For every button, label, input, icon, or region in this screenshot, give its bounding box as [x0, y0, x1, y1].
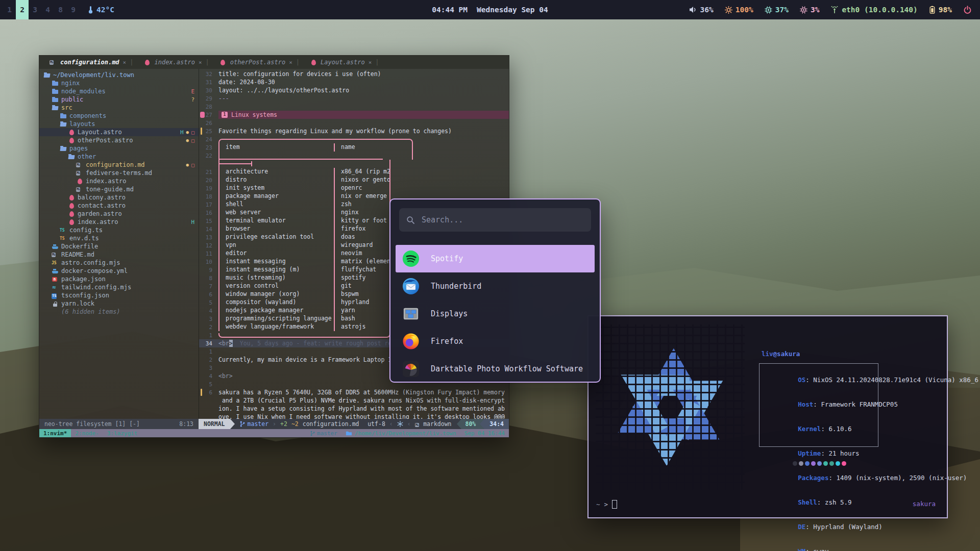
tree-item[interactable]: docker-compose.yml — [39, 267, 199, 275]
fetch-info-line: OS: NixOS 24.11.20240828.71e91c4 (Vicuna… — [767, 368, 978, 392]
fetch-info: OS: NixOS 24.11.20240828.71e91c4 (Vicuna… — [767, 368, 978, 551]
tree-item[interactable]: env.d.ts — [39, 234, 199, 242]
tree-item[interactable]: fediverse-terms.md — [39, 169, 199, 177]
file-icon — [68, 203, 75, 209]
neotree-statusline: neo-tree filesystem [1] [-]8:13 — [39, 419, 199, 429]
launcher-item-darktable[interactable]: Darktable Photo Workflow Software — [396, 355, 595, 383]
power-icon — [963, 6, 972, 14]
tree-item[interactable]: config.ts — [39, 226, 199, 234]
temperature-module: 42°C — [88, 6, 114, 14]
file-icon — [52, 309, 59, 315]
launcher-item-displays[interactable]: Displays — [396, 300, 595, 328]
tree-item[interactable]: (6 hidden items) — [39, 308, 199, 316]
tree-item[interactable]: balcony.astro — [39, 193, 199, 202]
h1-icon: 1 — [222, 112, 228, 118]
workspace-button[interactable]: 2 — [16, 0, 29, 19]
gpu-module: 3% — [800, 6, 819, 14]
folder-icon — [346, 431, 352, 436]
tree-item[interactable]: README.md — [39, 251, 199, 259]
file-icon — [76, 170, 83, 177]
tree-item[interactable]: other — [39, 153, 199, 161]
fetch-info-line: Kernel: 6.10.6 — [767, 417, 978, 441]
launcher-search[interactable] — [399, 208, 591, 232]
tab-close-icon[interactable]: × — [199, 59, 202, 66]
tree-item[interactable]: configuration.md ●□ — [39, 161, 199, 169]
workspace-button[interactable]: 9 — [67, 0, 80, 19]
tree-item[interactable]: tone-guide.md — [39, 185, 199, 193]
workspace-button[interactable]: 8 — [54, 0, 67, 19]
tab-close-icon[interactable]: × — [369, 59, 372, 66]
color-dot — [829, 461, 834, 466]
tree-item[interactable]: public ? — [39, 95, 199, 104]
text-cursor: > — [229, 340, 233, 347]
git-branch-icon — [310, 431, 315, 436]
tree-item[interactable]: package.json — [39, 275, 199, 283]
tree-item[interactable]: Layout.astro H●□ — [39, 128, 199, 136]
temperature-value: 42°C — [96, 6, 114, 14]
tree-item[interactable]: tsconfig.json — [39, 291, 199, 299]
workspace-button[interactable]: 3 — [29, 0, 41, 19]
file-icon — [52, 260, 59, 266]
tab-close-icon[interactable]: × — [289, 59, 292, 66]
search-icon — [406, 216, 415, 224]
scroll-percent: 80% — [461, 419, 480, 429]
fetch-info-line: Packages: 1409 (nix-system), 2590 (nix-u… — [767, 466, 978, 490]
brightness-module[interactable]: 100% — [725, 6, 753, 14]
tree-item[interactable]: pages — [39, 144, 199, 153]
file-icon — [52, 105, 59, 111]
fastfetch-terminal[interactable]: liv@sakura OS: NixOS 24.11.20240828.71e9… — [587, 315, 948, 518]
tmux-window-tab[interactable]: 2:node- — [71, 429, 103, 437]
filetype-icon — [219, 59, 227, 66]
speaker-icon — [689, 6, 697, 13]
editor-tab[interactable]: otherPost.astro × | — [214, 56, 305, 69]
tmux-window-tab[interactable]: 1:nvim* — [39, 429, 71, 437]
file-icon — [52, 80, 59, 87]
tree-item[interactable]: contact.astro — [39, 202, 199, 210]
git-diagnostic-mark: ● — [186, 162, 189, 167]
encoding-indicator: utf-8 — [368, 420, 385, 428]
terminal-color-palette — [793, 461, 846, 466]
table-header-row: 23 itemname — [199, 143, 509, 152]
tree-item[interactable]: astro.config.mjs — [39, 259, 199, 267]
tree-item[interactable]: index.astro H — [39, 218, 199, 226]
fetch-user-host: liv@sakura — [762, 350, 800, 358]
fetch-info-line: DE: Hyprland (Wayland) — [767, 515, 978, 539]
tree-item[interactable]: node_modules E — [39, 87, 199, 95]
tree-item[interactable]: tailwind.config.mjs — [39, 283, 199, 291]
tree-item[interactable]: layouts — [39, 120, 199, 128]
tree-item[interactable]: Dockerfile — [39, 242, 199, 251]
tree-item[interactable]: index.astro — [39, 177, 199, 185]
shell-prompt[interactable]: ~ > — [596, 500, 617, 509]
tree-item[interactable]: src — [39, 104, 199, 112]
power-button[interactable] — [963, 6, 972, 14]
tree-item[interactable]: nginx — [39, 79, 199, 87]
editor-line: 28 — [199, 103, 509, 111]
workspace-button[interactable]: 4 — [41, 0, 54, 19]
workspace-button[interactable]: 1 — [3, 0, 16, 19]
tree-item[interactable]: ~/Development/liv.town — [39, 71, 199, 79]
color-dot — [811, 461, 816, 466]
search-input[interactable] — [421, 215, 584, 225]
file-icon — [68, 219, 75, 226]
launcher-item-spotify[interactable]: Spotify — [396, 245, 595, 272]
git-added-count: +2 — [280, 420, 287, 428]
tree-item[interactable]: garden.astro — [39, 210, 199, 218]
volume-module[interactable]: 36% — [689, 6, 714, 14]
tmux-window-tab[interactable]: 3:lazygit — [103, 429, 142, 437]
file-icon — [76, 186, 83, 193]
tree-item[interactable]: otherPost.astro ●□ — [39, 136, 199, 144]
tree-item[interactable]: yarn.lock — [39, 299, 199, 308]
launcher-item-firefox[interactable]: Firefox — [396, 328, 595, 355]
editor-tab[interactable]: configuration.md × | — [44, 56, 138, 69]
file-icon — [60, 227, 67, 234]
cpu-module: 37% — [765, 6, 789, 14]
launcher-item-thunderbird[interactable]: Thunderbird — [396, 272, 595, 300]
editor-line: ion. I have a setup consisting of Hyprla… — [199, 405, 509, 413]
network-module[interactable]: eth0 (10.0.0.140) — [830, 6, 917, 14]
git-branch-indicator: master — [240, 420, 269, 428]
table-row: 20 distronixos or gentoo — [199, 176, 509, 184]
tree-item[interactable]: components — [39, 112, 199, 120]
tab-close-icon[interactable]: × — [123, 59, 127, 66]
editor-tab[interactable]: Layout.astro × | — [305, 56, 384, 69]
editor-tab[interactable]: index.astro × | — [138, 56, 214, 69]
